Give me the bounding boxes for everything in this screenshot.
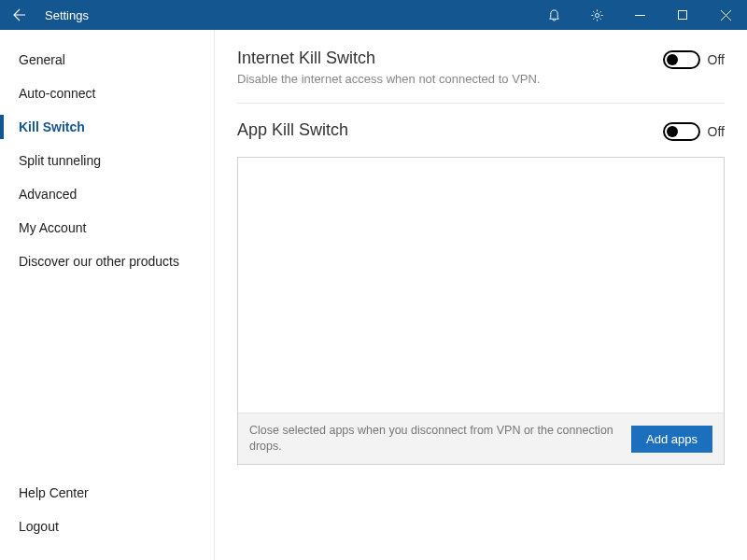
svg-point-0 bbox=[595, 13, 599, 17]
internet-kill-switch-toggle-wrap: Off bbox=[663, 49, 725, 69]
internet-kill-switch-text: Internet Kill Switch Disable the interne… bbox=[237, 49, 663, 86]
internet-kill-switch-toggle[interactable] bbox=[663, 50, 700, 69]
app-list-footer: Close selected apps when you disconnect … bbox=[238, 413, 724, 464]
sidebar-item-advanced[interactable]: Advanced bbox=[0, 177, 214, 211]
sidebar-item-logout[interactable]: Logout bbox=[0, 510, 214, 543]
notifications-button[interactable] bbox=[532, 0, 575, 30]
close-icon bbox=[721, 10, 731, 21]
internet-kill-switch-state: Off bbox=[708, 52, 725, 67]
window-title: Settings bbox=[45, 8, 89, 22]
maximize-button[interactable] bbox=[661, 0, 704, 30]
section-divider bbox=[237, 103, 725, 104]
sidebar-item-help-center[interactable]: Help Center bbox=[0, 476, 214, 510]
sidebar-item-label: Advanced bbox=[19, 187, 77, 202]
sidebar-item-label: Split tunneling bbox=[19, 153, 101, 168]
close-button[interactable] bbox=[704, 0, 747, 30]
app-list-footer-text: Close selected apps when you disconnect … bbox=[249, 423, 622, 455]
maximize-icon bbox=[678, 10, 687, 20]
sidebar-item-label: My Account bbox=[19, 220, 86, 235]
sidebar-item-kill-switch[interactable]: Kill Switch bbox=[0, 110, 214, 144]
svg-rect-2 bbox=[679, 11, 687, 20]
minimize-icon bbox=[635, 10, 645, 21]
sidebar-item-label: Logout bbox=[19, 519, 59, 534]
sidebar-item-auto-connect[interactable]: Auto-connect bbox=[0, 77, 214, 110]
settings-gear-button[interactable] bbox=[575, 0, 618, 30]
app-kill-switch-text: App Kill Switch bbox=[237, 120, 663, 144]
titlebar-right bbox=[532, 0, 747, 30]
internet-kill-switch-title: Internet Kill Switch bbox=[237, 49, 663, 68]
arrow-left-icon bbox=[11, 7, 26, 22]
internet-kill-switch-row: Internet Kill Switch Disable the interne… bbox=[237, 49, 725, 86]
sidebar-item-label: Help Center bbox=[19, 485, 89, 500]
titlebar: Settings bbox=[0, 0, 747, 30]
minimize-button[interactable] bbox=[618, 0, 661, 30]
sidebar: General Auto-connect Kill Switch Split t… bbox=[0, 30, 215, 560]
sidebar-bottom: Help Center Logout bbox=[0, 476, 214, 560]
titlebar-left: Settings bbox=[0, 2, 89, 28]
window-body: General Auto-connect Kill Switch Split t… bbox=[0, 30, 747, 560]
sidebar-item-general[interactable]: General bbox=[0, 43, 214, 77]
internet-kill-switch-subtitle: Disable the internet access when not con… bbox=[237, 72, 663, 86]
back-button[interactable] bbox=[6, 2, 32, 28]
app-kill-switch-toggle[interactable] bbox=[663, 122, 700, 141]
sidebar-item-discover-products[interactable]: Discover our other products bbox=[0, 245, 214, 278]
sidebar-item-my-account[interactable]: My Account bbox=[0, 211, 214, 245]
sidebar-item-label: General bbox=[19, 52, 65, 67]
app-list-body bbox=[238, 158, 724, 413]
app-kill-switch-row: App Kill Switch Off bbox=[237, 120, 725, 144]
sidebar-item-split-tunneling[interactable]: Split tunneling bbox=[0, 144, 214, 177]
app-kill-switch-title: App Kill Switch bbox=[237, 120, 663, 140]
gear-icon bbox=[590, 8, 604, 22]
content-pane: Internet Kill Switch Disable the interne… bbox=[215, 30, 747, 560]
app-list-container: Close selected apps when you disconnect … bbox=[237, 157, 725, 465]
sidebar-item-label: Discover our other products bbox=[19, 254, 179, 269]
sidebar-item-label: Auto-connect bbox=[19, 86, 96, 101]
bell-icon bbox=[547, 8, 561, 22]
app-kill-switch-state: Off bbox=[708, 124, 725, 139]
app-kill-switch-toggle-wrap: Off bbox=[663, 120, 725, 141]
sidebar-item-label: Kill Switch bbox=[19, 119, 85, 134]
add-apps-button[interactable]: Add apps bbox=[631, 426, 712, 453]
